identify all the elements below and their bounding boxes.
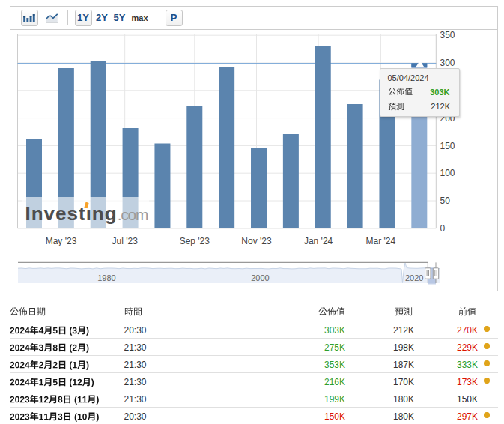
svg-text:May '23: May '23 [46,236,77,246]
svg-text:1980: 1980 [97,273,115,282]
svg-text:2020: 2020 [405,273,423,282]
svg-text:2000: 2000 [251,273,269,282]
svg-text:Jul '23: Jul '23 [112,236,139,246]
svg-text:0: 0 [440,223,446,234]
svg-text:100: 100 [440,168,455,178]
svg-text:150: 150 [440,141,455,151]
svg-text:Nov '23: Nov '23 [241,236,272,246]
svg-text:Sep '23: Sep '23 [180,236,210,246]
svg-text:Mar '24: Mar '24 [366,236,396,246]
svg-text:50: 50 [440,196,451,206]
svg-text:Jan '24: Jan '24 [304,236,333,246]
svg-text:300: 300 [440,58,455,68]
svg-text:350: 350 [440,30,455,40]
